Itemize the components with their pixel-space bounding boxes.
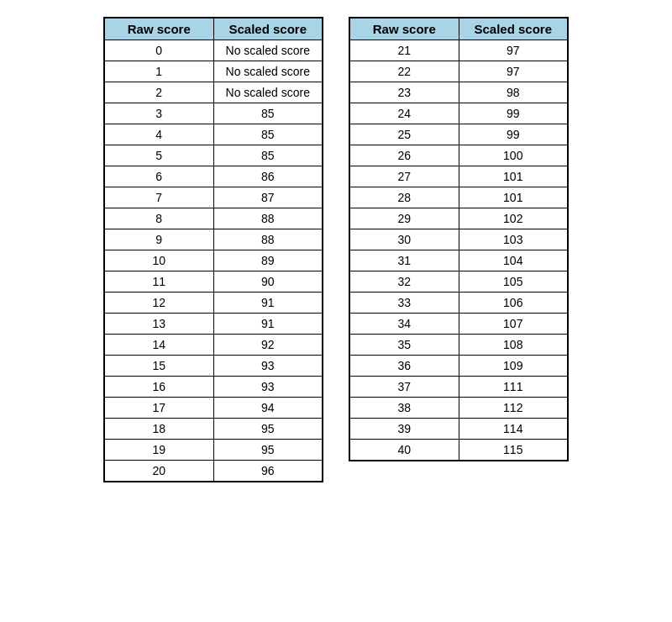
table-cell: 39 <box>349 419 459 440</box>
table-cell: 95 <box>213 419 323 440</box>
table-row: 1693 <box>104 377 323 398</box>
table-cell: 16 <box>104 377 213 398</box>
table-cell: 85 <box>213 145 323 166</box>
table-row: 34107 <box>349 314 568 335</box>
table-cell: 29 <box>349 208 459 229</box>
table-cell: 11 <box>104 271 213 293</box>
table-row: 1593 <box>104 356 323 377</box>
table-row: 1291 <box>104 293 323 314</box>
table-cell: 103 <box>459 229 568 250</box>
table-row: 39114 <box>349 419 568 440</box>
table-cell: 22 <box>349 61 459 82</box>
table-cell: 30 <box>349 229 459 250</box>
table-cell: 102 <box>459 208 568 229</box>
table-cell: 17 <box>104 398 213 419</box>
table-row: 30103 <box>349 229 568 250</box>
table-row: 0No scaled score <box>104 40 323 61</box>
table-cell: 97 <box>459 61 568 82</box>
table-row: 2398 <box>349 82 568 103</box>
table-row: 32105 <box>349 271 568 293</box>
table-cell: 88 <box>213 208 323 229</box>
table-cell: 90 <box>213 271 323 293</box>
table-cell: 13 <box>104 314 213 335</box>
table-cell: 111 <box>459 377 568 398</box>
table-cell: 112 <box>459 398 568 419</box>
table-cell: No scaled score <box>213 40 323 61</box>
table-cell: 7 <box>104 187 213 208</box>
table-cell: 95 <box>213 440 323 461</box>
table-row: 1794 <box>104 398 323 419</box>
table-row: 2499 <box>349 103 568 124</box>
table-cell: 21 <box>349 40 459 61</box>
table-row: 26100 <box>349 145 568 166</box>
table-cell: 1 <box>104 61 213 82</box>
table-row: 37111 <box>349 377 568 398</box>
table-row: 686 <box>104 166 323 187</box>
table-cell: 91 <box>213 293 323 314</box>
table-cell: 12 <box>104 293 213 314</box>
table-cell: 85 <box>213 124 323 145</box>
table1-header-raw: Raw score <box>104 18 213 40</box>
table-cell: 4 <box>104 124 213 145</box>
table2-header-scaled: Scaled score <box>459 18 568 40</box>
table-row: 1089 <box>104 250 323 271</box>
table-cell: 106 <box>459 293 568 314</box>
table1-header-scaled: Scaled score <box>213 18 323 40</box>
table-cell: 89 <box>213 250 323 271</box>
table-cell: 87 <box>213 187 323 208</box>
table-cell: 31 <box>349 250 459 271</box>
table-row: 988 <box>104 229 323 250</box>
table-cell: No scaled score <box>213 82 323 103</box>
table-cell: 5 <box>104 145 213 166</box>
table-row: 2297 <box>349 61 568 82</box>
table-cell: 0 <box>104 40 213 61</box>
table-cell: 107 <box>459 314 568 335</box>
table-cell: 91 <box>213 314 323 335</box>
table-row: 29102 <box>349 208 568 229</box>
table-cell: 9 <box>104 229 213 250</box>
table-cell: 108 <box>459 335 568 356</box>
table-cell: 96 <box>213 461 323 482</box>
table-row: 2No scaled score <box>104 82 323 103</box>
score-table-1: Raw score Scaled score 0No scaled score1… <box>103 17 323 482</box>
table-cell: 99 <box>459 103 568 124</box>
table-cell: 114 <box>459 419 568 440</box>
table-cell: 3 <box>104 103 213 124</box>
table-row: 2197 <box>349 40 568 61</box>
table-row: 40115 <box>349 440 568 461</box>
table-cell: 37 <box>349 377 459 398</box>
score-table-2: Raw score Scaled score 21972297239824992… <box>349 17 569 461</box>
table-cell: 40 <box>349 440 459 461</box>
table-row: 35108 <box>349 335 568 356</box>
table-cell: 93 <box>213 377 323 398</box>
table-row: 1391 <box>104 314 323 335</box>
table-cell: 100 <box>459 145 568 166</box>
table-row: 485 <box>104 124 323 145</box>
table-cell: 14 <box>104 335 213 356</box>
table-cell: 26 <box>349 145 459 166</box>
table2-header-raw: Raw score <box>349 18 459 40</box>
table-cell: 25 <box>349 124 459 145</box>
table-cell: 92 <box>213 335 323 356</box>
table-cell: 99 <box>459 124 568 145</box>
table-row: 28101 <box>349 187 568 208</box>
table-cell: 35 <box>349 335 459 356</box>
table-cell: 10 <box>104 250 213 271</box>
table-cell: 28 <box>349 187 459 208</box>
table-row: 787 <box>104 187 323 208</box>
table-cell: 115 <box>459 440 568 461</box>
table-cell: 23 <box>349 82 459 103</box>
table-row: 1190 <box>104 271 323 293</box>
table-cell: 15 <box>104 356 213 377</box>
table-cell: 32 <box>349 271 459 293</box>
table-row: 1895 <box>104 419 323 440</box>
table-row: 1492 <box>104 335 323 356</box>
table-cell: 34 <box>349 314 459 335</box>
table-cell: 98 <box>459 82 568 103</box>
table-row: 33106 <box>349 293 568 314</box>
table-cell: 86 <box>213 166 323 187</box>
table-cell: 93 <box>213 356 323 377</box>
table-cell: 38 <box>349 398 459 419</box>
table-cell: 101 <box>459 187 568 208</box>
tables-container: Raw score Scaled score 0No scaled score1… <box>103 17 569 482</box>
